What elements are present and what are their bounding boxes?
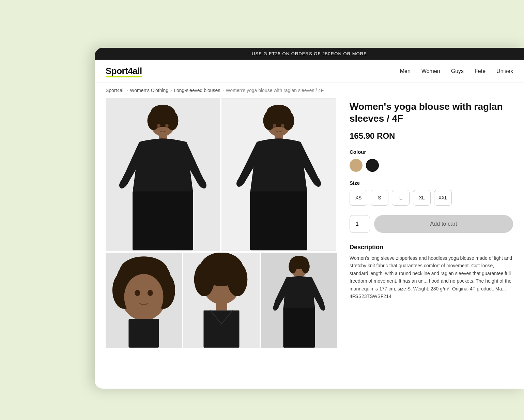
svg-rect-7 [133, 191, 193, 250]
product-image-2[interactable] [221, 98, 336, 251]
colour-label: Colour [350, 149, 513, 155]
svg-point-9 [165, 124, 169, 128]
svg-point-27 [135, 290, 140, 296]
main-content: Women's yoga blouse with raglan sleeves … [95, 98, 524, 362]
description-title: Description [350, 244, 513, 251]
tablet-frame: USE GIFT25 ON ORDERS OF 250RON OR MORE S… [95, 48, 524, 389]
svg-point-18 [273, 124, 276, 128]
colour-swatch-tan[interactable] [350, 159, 363, 172]
product-price: 165.90 RON [350, 131, 513, 141]
svg-point-28 [148, 290, 153, 296]
svg-point-33 [194, 262, 214, 296]
breadcrumb: Sport4all › Women's Clothing › Long-slee… [95, 83, 524, 98]
product-image-3[interactable] [106, 253, 182, 348]
breadcrumb-sep-3: › [222, 88, 224, 93]
breadcrumb-current: Women's yoga blouse with raglan sleeves … [226, 88, 324, 93]
breadcrumb-subcategory[interactable]: Long-sleeved blouses [174, 88, 220, 93]
svg-point-41 [302, 260, 310, 273]
size-s[interactable]: S [371, 190, 388, 206]
size-xs[interactable]: XS [350, 190, 367, 206]
svg-rect-17 [250, 191, 307, 250]
product-image-1[interactable] [106, 98, 220, 251]
product-title: Women's yoga blouse with raglan sleeves … [350, 101, 513, 124]
product-info: Women's yoga blouse with raglan sleeves … [337, 98, 513, 348]
breadcrumb-sep-2: › [170, 88, 172, 93]
svg-point-34 [227, 262, 247, 296]
description-section: Description Women's long sleeve zipperle… [350, 244, 513, 300]
svg-rect-36 [203, 311, 239, 348]
product-image-4[interactable] [183, 253, 260, 348]
size-xxl[interactable]: XXL [434, 190, 452, 206]
promo-text: USE GIFT25 ON ORDERS OF 250RON OR MORE [252, 51, 367, 56]
breadcrumb-category[interactable]: Women's Clothing [130, 88, 168, 93]
svg-point-26 [124, 274, 164, 320]
colour-options [350, 159, 513, 172]
svg-point-15 [266, 105, 291, 119]
size-xl[interactable]: XL [413, 190, 431, 206]
svg-point-19 [281, 124, 284, 128]
size-options: XS S L XL XXL [350, 190, 513, 206]
add-to-cart-button[interactable]: Add to cart [374, 215, 513, 233]
logo-underline [106, 76, 142, 77]
promo-bar: USE GIFT25 ON ORDERS OF 250RON OR MORE [95, 48, 524, 60]
size-l[interactable]: L [392, 190, 410, 206]
header: Sport4all Men Women Guys Fete Unisex [95, 60, 524, 83]
logo[interactable]: Sport4all [106, 66, 142, 76]
description-text: Women's long sleeve zipperless and hoodl… [350, 254, 513, 300]
colour-swatch-black[interactable] [366, 159, 379, 172]
nav-unisex[interactable]: Unisex [496, 68, 513, 74]
svg-point-40 [289, 260, 297, 273]
svg-point-5 [151, 105, 175, 119]
svg-rect-42 [283, 308, 315, 348]
product-images [106, 98, 337, 348]
breadcrumb-home[interactable]: Sport4all [106, 88, 124, 93]
svg-rect-35 [216, 303, 227, 311]
svg-point-8 [157, 124, 160, 128]
nav-men[interactable]: Men [400, 68, 411, 74]
nav-women[interactable]: Women [421, 68, 440, 74]
quantity-input[interactable] [350, 215, 370, 233]
nav-guys[interactable]: Guys [451, 68, 464, 74]
nav-fete[interactable]: Fete [475, 68, 486, 74]
breadcrumb-sep-1: › [126, 88, 128, 93]
add-to-cart-row: Add to cart [350, 215, 513, 233]
product-image-5[interactable] [261, 253, 337, 348]
svg-rect-29 [128, 319, 159, 348]
main-nav: Men Women Guys Fete Unisex [400, 68, 513, 74]
size-label: Size [350, 180, 513, 186]
